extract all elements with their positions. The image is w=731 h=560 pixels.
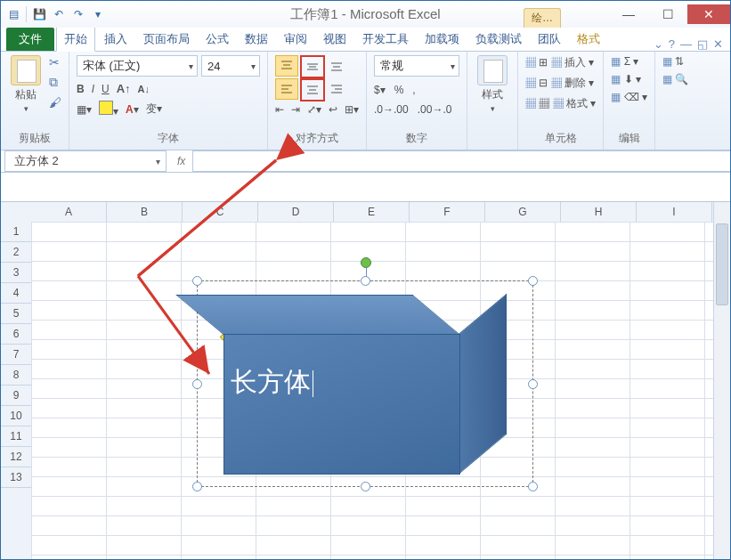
qat-customize-icon[interactable]: ▾ [91, 7, 105, 21]
vertical-scrollbar[interactable] [713, 202, 730, 559]
clear-icon[interactable]: ⌫ ▾ [611, 91, 647, 103]
redo-icon[interactable]: ↷ [71, 7, 85, 21]
column-headers[interactable]: A B C D E F G H I [31, 202, 714, 223]
insert-cells-button[interactable]: ⊞ 插入 ▾ [525, 55, 596, 70]
formula-input[interactable] [192, 150, 730, 172]
tab-addins[interactable]: 加载项 [418, 28, 467, 51]
undo-icon[interactable]: ↶ [52, 7, 66, 21]
row-header[interactable]: 1 [1, 222, 31, 242]
merge-center-icon[interactable]: ⊞▾ [345, 103, 359, 116]
col-header[interactable]: I [637, 202, 712, 222]
align-center-button[interactable] [300, 78, 325, 101]
maximize-button[interactable]: ☐ [648, 4, 687, 24]
italic-button[interactable]: I [92, 83, 94, 95]
row-header[interactable]: 7 [1, 345, 31, 365]
font-name-combo[interactable]: 宋体 (正文) [77, 55, 198, 77]
save-icon[interactable]: 💾 [32, 7, 46, 21]
cut-icon[interactable]: ✂ [49, 55, 61, 69]
autosum-icon[interactable]: Σ ▾ [611, 55, 647, 68]
resize-handle[interactable] [528, 379, 538, 389]
row-header[interactable]: 13 [1, 467, 31, 488]
row-header[interactable]: 9 [1, 386, 31, 406]
shape-text[interactable]: 长方体 [231, 364, 313, 401]
rotation-handle[interactable] [361, 257, 371, 268]
font-color-icon[interactable]: A▾ [126, 103, 139, 116]
worksheet[interactable]: A B C D E F G H I 1 2 3 4 5 6 7 8 9 10 1… [1, 202, 730, 559]
resize-handle[interactable] [361, 482, 370, 491]
resize-handle[interactable] [192, 482, 202, 491]
tab-insert[interactable]: 插入 [97, 28, 134, 51]
help-icon[interactable]: ? [669, 37, 675, 51]
font-size-combo[interactable]: 24 [201, 55, 260, 77]
fill-color-icon[interactable]: ▾ [99, 101, 118, 118]
align-top-button[interactable] [275, 55, 298, 77]
decrease-font-icon[interactable]: A↓ [138, 84, 150, 94]
tab-page-layout[interactable]: 页面布局 [136, 28, 197, 51]
sort-filter-icon[interactable]: ⇅ [662, 55, 688, 68]
mdi-close-icon[interactable]: ✕ [713, 37, 723, 51]
align-left-button[interactable] [275, 78, 298, 100]
contextual-tab-drawing[interactable]: 绘… [524, 1, 561, 28]
tab-formulas[interactable]: 公式 [199, 28, 236, 51]
cell-styles-button[interactable]: 样式 ▾ [475, 55, 510, 113]
scrollbar-thumb[interactable] [716, 223, 728, 305]
increase-decimal-icon[interactable]: .0→.00 [374, 103, 409, 116]
number-format-combo[interactable]: 常规 [374, 55, 459, 77]
row-header[interactable]: 10 [1, 406, 31, 426]
wrap-text-icon[interactable]: ↩ [329, 103, 337, 116]
minimize-button[interactable]: — [609, 4, 648, 24]
copy-icon[interactable]: ⧉ [49, 75, 61, 90]
row-headers[interactable]: 1 2 3 4 5 6 7 8 9 10 11 12 13 [1, 222, 32, 559]
col-header[interactable]: H [561, 202, 637, 222]
tab-data[interactable]: 数据 [238, 28, 275, 51]
align-middle-button[interactable] [300, 55, 325, 78]
row-header[interactable]: 8 [1, 365, 31, 386]
tab-view[interactable]: 视图 [316, 28, 353, 51]
ribbon-minimize-icon[interactable]: ⌄ [654, 37, 663, 51]
accounting-format-icon[interactable]: $▾ [374, 84, 386, 96]
cells-area[interactable]: 长方体 [31, 222, 714, 559]
row-header[interactable]: 12 [1, 447, 31, 467]
increase-font-icon[interactable]: A↑ [117, 82, 131, 95]
tab-loadtest[interactable]: 负载测试 [468, 28, 529, 51]
align-bottom-button[interactable] [325, 55, 348, 77]
col-header[interactable]: G [485, 202, 561, 222]
col-header[interactable]: C [183, 202, 258, 222]
resize-handle[interactable] [192, 276, 202, 286]
row-header[interactable]: 6 [1, 324, 31, 345]
tab-format[interactable]: 格式 [570, 28, 607, 51]
mdi-minimize-icon[interactable]: — [680, 37, 692, 51]
delete-cells-button[interactable]: ⊟ 删除 ▾ [525, 76, 596, 91]
row-header[interactable]: 4 [1, 283, 31, 304]
resize-handle[interactable] [192, 379, 202, 389]
col-header[interactable]: F [410, 202, 485, 222]
tab-developer[interactable]: 开发工具 [355, 28, 416, 51]
percent-icon[interactable]: % [394, 84, 404, 96]
format-cells-button[interactable]: ▦ 格式 ▾ [525, 96, 596, 111]
tab-review[interactable]: 审阅 [277, 28, 314, 51]
row-header[interactable]: 5 [1, 304, 31, 324]
fill-icon[interactable]: ⬇ ▾ [611, 73, 647, 85]
paste-button[interactable]: 粘贴 ▾ [8, 55, 44, 113]
mdi-restore-icon[interactable]: ◱ [697, 37, 708, 51]
resize-handle[interactable] [361, 276, 370, 286]
phonetic-icon[interactable]: 变▾ [146, 101, 162, 117]
col-header[interactable]: A [31, 202, 107, 222]
tab-home[interactable]: 开始 [56, 27, 95, 52]
col-header[interactable]: B [107, 202, 183, 222]
increase-indent-icon[interactable]: ⇥ [291, 103, 300, 116]
decrease-indent-icon[interactable]: ⇤ [275, 103, 284, 116]
align-right-button[interactable] [325, 78, 348, 100]
shape-cuboid[interactable]: 长方体 [197, 280, 533, 487]
find-select-icon[interactable]: 🔍 [662, 73, 688, 85]
select-all-corner[interactable] [1, 202, 32, 223]
decrease-decimal-icon[interactable]: .00→.0 [418, 103, 452, 116]
comma-style-icon[interactable]: , [412, 84, 415, 96]
row-header[interactable]: 2 [1, 242, 31, 263]
tab-team[interactable]: 团队 [531, 28, 568, 51]
tab-file[interactable]: 文件 [6, 28, 54, 51]
col-header[interactable]: E [334, 202, 410, 222]
underline-button[interactable]: U [102, 83, 110, 95]
col-header[interactable]: D [258, 202, 334, 222]
orientation-icon[interactable]: ⤢▾ [307, 103, 321, 116]
